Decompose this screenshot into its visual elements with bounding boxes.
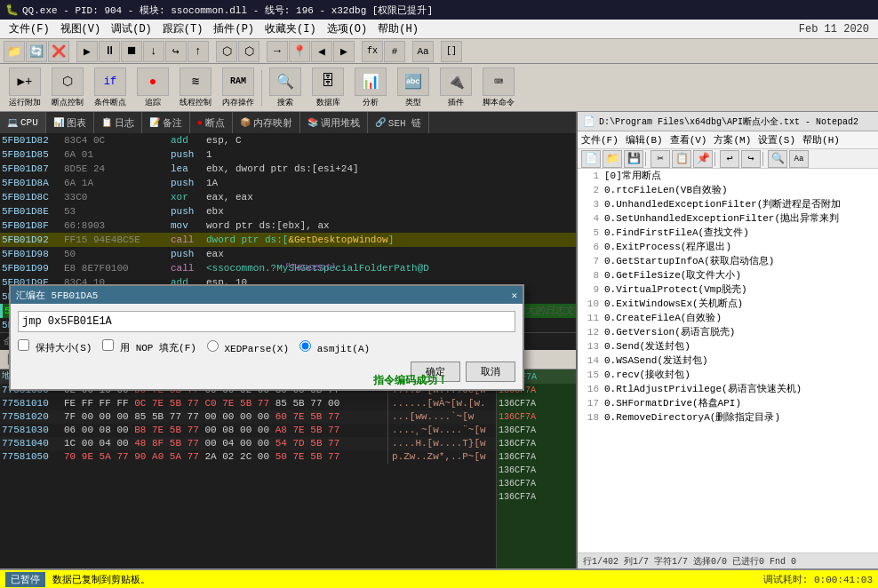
stop-button[interactable]: ⏹	[121, 41, 142, 62]
asmjit-radio[interactable]: asmjit(A)	[299, 340, 370, 354]
tab-bp[interactable]: ● 断点	[190, 112, 233, 133]
np-scheme[interactable]: 方案(M)	[714, 133, 751, 147]
notepad-line[interactable]: 13 0.Send(发送封包)	[578, 339, 878, 354]
database-btn[interactable]: 🗄 数据库	[308, 68, 347, 108]
close-button[interactable]: ❌	[48, 41, 69, 62]
dialog-input[interactable]	[18, 311, 515, 332]
run-button[interactable]: ▶	[76, 41, 98, 62]
dialog-cancel-button[interactable]: 取消	[466, 362, 515, 382]
thread-ctrl-btn[interactable]: ≋ 线程控制	[176, 68, 215, 108]
np-copy-btn[interactable]: 📋	[672, 150, 691, 168]
type-btn[interactable]: 🔤 类型	[394, 68, 433, 108]
bp-control-btn[interactable]: ⬡ 断点控制	[48, 68, 87, 108]
run-to-button[interactable]: →	[267, 41, 288, 62]
hex-row[interactable]: 77581010 FE FF FF FF 0C 7E 5B 77 C0 7E 5…	[0, 397, 496, 410]
hex-row[interactable]: 77581050 70 9E 5A 77 90 A0 5A 77 2A 02 2…	[0, 450, 496, 464]
np-help[interactable]: 帮助(H)	[802, 133, 840, 147]
notepad-line[interactable]: 3 0.UnhandledExceptionFilter(判断进程是否附加	[578, 197, 878, 211]
np-save-btn[interactable]: 💾	[624, 150, 643, 168]
nop-fill-checkbox[interactable]: 用 NOP 填充(F)	[102, 339, 196, 354]
trace-btn[interactable]: ● 追踪	[133, 68, 172, 108]
pause-button[interactable]: ⏸	[99, 41, 120, 62]
menu-plugin[interactable]: 插件(P)	[208, 20, 259, 37]
bp-button[interactable]: ⬡	[216, 41, 237, 62]
addr-button[interactable]: []	[441, 41, 462, 62]
tab-cpu[interactable]: 💻 CPU	[0, 112, 46, 133]
np-view[interactable]: 查看(V)	[670, 133, 707, 147]
notepad-line[interactable]: 18 0.RemoveDirectoryA(删除指定目录)	[578, 410, 878, 425]
hex-panel[interactable]: 地址 十六进制 ASCII 77581000 0E 00 10 00 D0 7E…	[0, 369, 496, 568]
disasm-row[interactable]: 5FB01D82 83C4 0C add esp, C	[0, 133, 576, 147]
np-redo-btn[interactable]: ↪	[741, 150, 761, 168]
hw-bp-button[interactable]: ⬡	[238, 41, 259, 62]
np-new-btn[interactable]: 📄	[581, 150, 601, 168]
step-out-button[interactable]: ↑	[188, 41, 209, 62]
restart-button[interactable]: 🔄	[26, 41, 47, 62]
tab-seh[interactable]: 🔗 SEH 链	[368, 112, 429, 133]
notepad-line[interactable]: 6 0.ExitProcess(程序退出)	[578, 240, 878, 254]
hex-row[interactable]: 77581030 06 00 08 00 B8 7E 5B 77 00 08 0…	[0, 424, 496, 437]
run-attach-btn[interactable]: ▶+ 运行附加	[5, 68, 44, 108]
disasm-row[interactable]: 5FB01D87 8D5E 24 lea ebx, dword ptr ds:[…	[0, 162, 576, 176]
cond-bp-btn[interactable]: if 条件断点	[91, 68, 130, 108]
notepad-line[interactable]: 1 [0]常用断点	[578, 169, 878, 183]
np-settings[interactable]: 设置(S)	[758, 133, 795, 147]
notepad-line[interactable]: 12 0.GetVersion(易语言脱壳)	[578, 325, 878, 339]
plugin-btn[interactable]: 🔌 插件	[436, 68, 475, 108]
notepad-line[interactable]: 9 0.VirtualProtect(Vmp脱壳)	[578, 282, 878, 297]
notepad-line[interactable]: 7 0.GetStartupInfoA(获取启动信息)	[578, 254, 878, 268]
disasm-row-highlighted[interactable]: 5FB01D92 FF15 94E4BC5E call dword ptr ds…	[0, 233, 576, 247]
notepad-line[interactable]: 11 0.CreateFileA(自效验)	[578, 311, 878, 325]
notepad-line[interactable]: 17 0.SHFormatDrive(格盘API)	[578, 396, 878, 410]
np-paste-btn[interactable]: 📌	[693, 150, 713, 168]
menu-file[interactable]: 文件(F)	[4, 20, 55, 37]
np-find-btn[interactable]: 🔍	[768, 150, 787, 168]
disasm-row[interactable]: 5FB01D8C 33C0 xor eax, eax	[0, 190, 576, 204]
notepad-line[interactable]: 5 0.FindFirstFileA(查找文件)	[578, 226, 878, 240]
notepad-line[interactable]: 4 0.SetUnhandledExceptionFilter(抛出异常来判	[578, 211, 878, 226]
back-button[interactable]: ◀	[311, 41, 332, 62]
notepad-line[interactable]: 2 0.rtcFileLen(VB自效验)	[578, 183, 878, 197]
np-undo-btn[interactable]: ↩	[720, 150, 739, 168]
disasm-row[interactable]: 5FB01D8E 53 push ebx	[0, 204, 576, 219]
np-font-btn[interactable]: Aa	[789, 150, 809, 168]
fx-button[interactable]: fx	[362, 41, 383, 62]
np-open-btn[interactable]: 📁	[603, 150, 622, 168]
menu-view[interactable]: 视图(V)	[55, 20, 107, 37]
tab-memmap[interactable]: 📦 内存映射	[233, 112, 300, 133]
notepad-line[interactable]: 8 0.GetFileSize(取文件大小)	[578, 268, 878, 282]
open-button[interactable]: 📁	[4, 41, 25, 62]
trace-button[interactable]: 📍	[289, 41, 310, 62]
font-button[interactable]: Aa	[412, 41, 434, 62]
disasm-row[interactable]: 5FB01D85 6A 01 push 1	[0, 147, 576, 162]
tab-notes[interactable]: 📝 备注	[142, 112, 190, 133]
disasm-row[interactable]: 5FB01D8F 66:8903 mov word ptr ds:[ebx], …	[0, 219, 576, 233]
menu-trace[interactable]: 跟踪(T)	[157, 20, 209, 37]
xedparse-radio[interactable]: XEDParse(X)	[207, 340, 289, 354]
hex-row[interactable]: 77581040 1C 00 04 00 48 8F 5B 77 00 04 0…	[0, 437, 496, 450]
mem-ops-btn[interactable]: RAM 内存操作	[219, 68, 258, 108]
np-edit[interactable]: 编辑(B)	[626, 133, 663, 147]
menu-help[interactable]: 帮助(H)	[372, 20, 424, 37]
script-cmd-btn[interactable]: ⌨ 脚本命令	[479, 68, 518, 108]
notepad-line[interactable]: 15 0.recv(接收封包)	[578, 368, 878, 382]
search-btn[interactable]: 🔍 搜索	[266, 68, 305, 108]
disasm-row[interactable]: 5FB01D98 50 push eax	[0, 247, 576, 261]
step-into-button[interactable]: ↓	[143, 41, 164, 62]
forward-button[interactable]: ▶	[333, 41, 355, 62]
hex-row[interactable]: 77581020 7F 00 00 00 85 5B 77 77 00 00 0…	[0, 410, 496, 424]
analyze-btn[interactable]: 📊 分析	[351, 68, 390, 108]
keep-size-checkbox[interactable]: 保持大小(S)	[18, 339, 92, 354]
disasm-row[interactable]: 5FB01D8A 6A 1A push 1A	[0, 176, 576, 190]
dialog-close-button[interactable]: ✕	[511, 290, 517, 301]
menu-fav[interactable]: 收藏夹(I)	[259, 20, 322, 37]
menu-debug[interactable]: 调试(D)	[106, 20, 157, 37]
notepad-line[interactable]: 10 0.ExitWindowsEx(关机断点)	[578, 297, 878, 311]
hash-button[interactable]: #	[384, 41, 405, 62]
notepad-line[interactable]: 16 0.RtlAdjustPrivilege(易语言快速关机)	[578, 382, 878, 396]
step-over-button[interactable]: ↪	[165, 41, 187, 62]
np-cut-btn[interactable]: ✂	[651, 150, 670, 168]
tab-callstack[interactable]: 📚 调用堆栈	[300, 112, 368, 133]
np-file[interactable]: 文件(F)	[581, 133, 619, 147]
notepad-line[interactable]: 14 0.WSASend(发送封包)	[578, 354, 878, 368]
